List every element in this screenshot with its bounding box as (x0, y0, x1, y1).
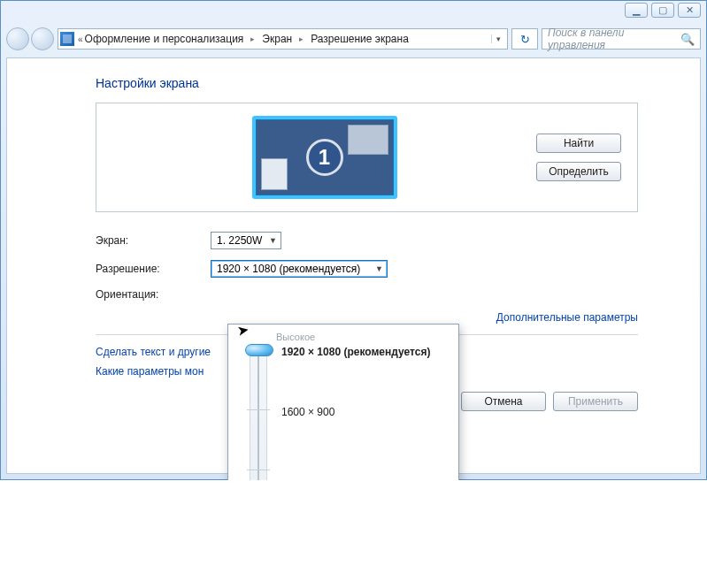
navigation-bar: « Оформление и персонализация ▸ Экран ▸ … (6, 26, 701, 52)
breadcrumb-item[interactable]: Разрешение экрана (311, 33, 409, 45)
breadcrumb-item[interactable]: Оформление и персонализация (85, 33, 244, 45)
chevron-down-icon: ▼ (269, 236, 277, 245)
screen-combo[interactable]: 1. 2250W ▼ (211, 232, 281, 249)
maximize-button[interactable]: ▢ (651, 3, 674, 18)
nav-forward-button[interactable] (31, 27, 54, 50)
search-icon: 🔍 (680, 33, 695, 46)
history-chevron-icon[interactable]: « (78, 34, 83, 44)
resolution-slider[interactable] (250, 346, 267, 480)
breadcrumb-item[interactable]: Экран (262, 33, 292, 45)
apply-button[interactable]: Применить (553, 392, 638, 411)
slider-thumb[interactable] (245, 344, 273, 356)
resolution-option[interactable]: 1600 × 900 (281, 406, 334, 418)
chevron-down-icon: ▼ (375, 264, 383, 273)
control-panel-icon (60, 32, 74, 46)
field-label-orientation: Ориентация: (96, 288, 211, 301)
address-bar[interactable]: « Оформление и персонализация ▸ Экран ▸ … (58, 28, 508, 50)
monitor-preview-panel: 1 Найти Определить (96, 103, 638, 212)
monitor-preview[interactable]: 1 (252, 116, 397, 199)
window-thumbnail-icon (348, 125, 388, 155)
search-input[interactable]: Поиск в панели управления 🔍 (542, 28, 701, 50)
page-title: Настройки экрана (96, 76, 638, 90)
refresh-icon: ↻ (520, 33, 530, 46)
cancel-button[interactable]: Отмена (461, 392, 546, 411)
resolution-dropdown-popup: Высокое 1920 × 1080 (рекомендуется) 1600… (227, 324, 459, 480)
resolution-value: 1920 × 1080 (рекомендуется) (217, 263, 360, 275)
field-label-screen: Экран: (96, 234, 211, 247)
chevron-right-icon: ▸ (299, 34, 304, 43)
chevron-right-icon: ▸ (250, 34, 255, 43)
refresh-button[interactable]: ↻ (511, 28, 538, 50)
window-controls: ▁ ▢ ✕ (625, 3, 701, 18)
find-button[interactable]: Найти (536, 134, 621, 153)
slider-high-label: Высокое (276, 332, 450, 342)
control-panel-window: ▁ ▢ ✕ « Оформление и персонализация ▸ Эк… (0, 0, 707, 480)
minimize-button[interactable]: ▁ (625, 3, 648, 18)
monitor-number-badge: 1 (306, 139, 343, 176)
nav-back-button[interactable] (6, 27, 29, 50)
screen-value: 1. 2250W (217, 234, 262, 247)
close-button[interactable]: ✕ (678, 3, 701, 18)
identify-button[interactable]: Определить (536, 162, 621, 181)
content-area: Настройки экрана 1 Найти Определить Экра… (6, 57, 701, 474)
field-label-resolution: Разрешение: (96, 263, 211, 275)
breadcrumb: Оформление и персонализация ▸ Экран ▸ Ра… (85, 33, 491, 45)
address-dropdown-icon[interactable]: ▾ (491, 34, 505, 43)
window-thumbnail-icon (261, 158, 288, 190)
resolution-combo[interactable]: 1920 × 1080 (рекомендуется) ▼ (211, 260, 388, 278)
advanced-settings-link[interactable]: Дополнительные параметры (96, 311, 638, 324)
resolution-option[interactable]: 1920 × 1080 (рекомендуется) (281, 346, 430, 358)
search-placeholder: Поиск в панели управления (548, 27, 680, 51)
